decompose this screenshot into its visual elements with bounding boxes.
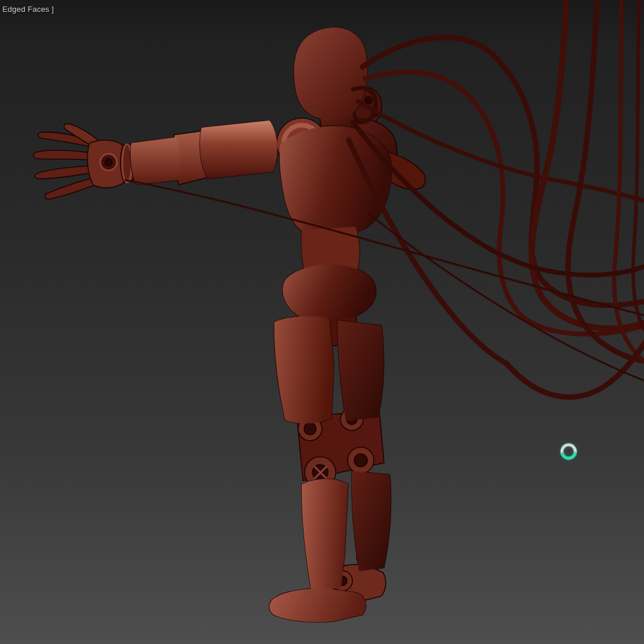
robot-hand	[33, 124, 125, 199]
scene-3d	[0, 0, 644, 644]
viewport-shading-label[interactable]: Edged Faces ]	[2, 5, 54, 14]
robot-model[interactable]	[33, 27, 425, 622]
viewport-canvas[interactable]: Edged Faces ]	[0, 0, 644, 644]
progress-ring-icon	[562, 445, 575, 458]
